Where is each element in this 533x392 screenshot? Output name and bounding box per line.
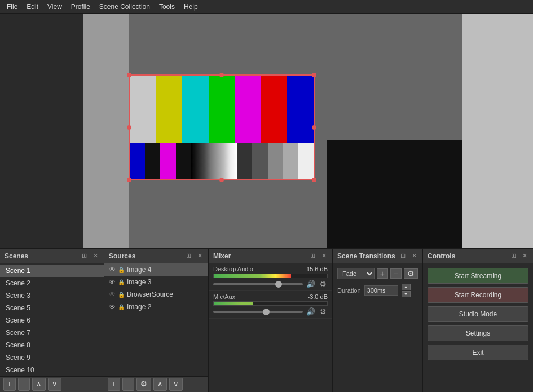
mixer-close-icon[interactable]: ✕ <box>320 252 328 260</box>
visibility-icon-image2[interactable]: 👁 <box>109 303 116 311</box>
studio-mode-button[interactable]: Studio Mode <box>428 306 528 322</box>
menu-profile[interactable]: Profile <box>67 2 95 12</box>
scene-item-7[interactable]: Scene 7 <box>0 327 104 339</box>
menu-file[interactable]: File <box>2 2 22 12</box>
color-bars-pattern <box>130 76 314 179</box>
color-bars <box>129 74 315 180</box>
duration-up-button[interactable]: ▲ <box>402 284 411 290</box>
bar-bot-3 <box>160 143 175 179</box>
duration-label: Duration <box>337 287 361 294</box>
mic-aux-label: Mic/Aux <box>213 293 235 300</box>
handle-mr[interactable] <box>312 125 316 130</box>
mic-aux-slider[interactable] <box>213 311 303 313</box>
mic-aux-meter-fill <box>214 302 253 305</box>
scenes-down-button[interactable]: ∨ <box>48 378 61 390</box>
controls-close-icon[interactable]: ✕ <box>521 252 528 260</box>
sources-add-button[interactable]: + <box>108 378 120 390</box>
menu-view[interactable]: View <box>43 2 67 12</box>
desktop-audio-label: Desktop Audio <box>213 266 253 272</box>
controls-config-icon[interactable]: ⊞ <box>509 252 517 260</box>
scene-item-10[interactable]: Scene 10 <box>0 364 104 376</box>
visibility-icon-browser[interactable]: 👁 <box>109 290 116 298</box>
duration-row: Duration ▲ ▼ <box>337 284 418 297</box>
bar-green <box>209 76 235 143</box>
desktop-audio-mute-icon[interactable]: 🔊 <box>305 280 316 288</box>
settings-button[interactable]: Settings <box>428 325 528 341</box>
sources-config-icon[interactable]: ⊞ <box>184 252 192 260</box>
handle-tc[interactable] <box>219 73 224 77</box>
scenes-up-button[interactable]: ∧ <box>32 378 46 390</box>
desktop-audio-slider[interactable] <box>213 283 303 285</box>
source-item-browser[interactable]: 👁 🔒 BrowserSource <box>104 288 208 301</box>
bars-top <box>130 76 314 143</box>
sources-settings-button[interactable]: ⚙ <box>136 378 151 390</box>
handle-bc[interactable] <box>219 178 224 182</box>
scene-item-6[interactable]: Scene 6 <box>0 314 104 327</box>
transitions-panel-header: Scene Transitions ⊞ ✕ <box>333 249 422 263</box>
sources-down-button[interactable]: ∨ <box>169 378 183 390</box>
scene-item-5[interactable]: Scene 5 <box>0 302 104 314</box>
exit-button[interactable]: Exit <box>428 345 528 360</box>
transition-add-button[interactable]: + <box>377 268 388 279</box>
bar-blue <box>287 76 314 143</box>
duration-down-button[interactable]: ▼ <box>402 291 411 298</box>
transitions-panel: Scene Transitions ⊞ ✕ Fade Cut Swipe Sli… <box>333 249 423 392</box>
visibility-icon-image3[interactable]: 👁 <box>109 278 116 286</box>
scene-item-3[interactable]: Scene 3 <box>0 289 104 302</box>
source-item-image4[interactable]: 👁 🔒 Image 4 <box>104 263 208 276</box>
preview-black-left <box>0 14 83 248</box>
transitions-panel-title: Scene Transitions <box>337 252 395 260</box>
menu-scene-collection[interactable]: Scene Collection <box>95 2 155 12</box>
handle-ml[interactable] <box>127 125 131 130</box>
visibility-icon-image4[interactable]: 👁 <box>109 266 116 274</box>
mixer-config-icon[interactable]: ⊞ <box>309 252 316 260</box>
mic-aux-meter <box>213 301 328 306</box>
menu-tools[interactable]: Tools <box>155 2 179 12</box>
sources-up-button[interactable]: ∧ <box>153 378 167 390</box>
mic-aux-mute-icon[interactable]: 🔊 <box>305 307 316 316</box>
sources-remove-button[interactable]: − <box>122 378 135 390</box>
bars-bottom <box>130 143 314 179</box>
handle-tl[interactable] <box>127 73 131 77</box>
source-label-browser: BrowserSource <box>127 290 173 298</box>
controls-panel-header: Controls ⊞ ✕ <box>423 249 533 263</box>
source-item-image3[interactable]: 👁 🔒 Image 3 <box>104 276 208 288</box>
transition-remove-button[interactable]: − <box>390 268 402 279</box>
scenes-add-button[interactable]: + <box>3 378 16 390</box>
source-label-image2: Image 2 <box>127 303 151 311</box>
preview-black-bottom-right <box>327 140 462 248</box>
controls-panel: Controls ⊞ ✕ Start Streaming Start Recor… <box>423 249 533 392</box>
handle-tr[interactable] <box>312 73 316 77</box>
desktop-audio-controls: 🔊 ⚙ <box>213 280 328 288</box>
transitions-close-icon[interactable]: ✕ <box>410 252 418 260</box>
transition-settings-button[interactable]: ⚙ <box>404 268 418 279</box>
bar-yellow <box>156 76 183 143</box>
start-streaming-button[interactable]: Start Streaming <box>428 268 528 284</box>
handle-br[interactable] <box>312 178 316 182</box>
duration-input[interactable] <box>364 285 398 296</box>
scene-item-1[interactable]: Scene 1 <box>0 265 104 277</box>
scenes-config-icon[interactable]: ⊞ <box>80 252 88 260</box>
transitions-config-icon[interactable]: ⊞ <box>399 252 407 260</box>
scene-item-8[interactable]: Scene 8 <box>0 339 104 351</box>
bar-dark-gray <box>237 143 252 179</box>
desktop-audio-header: Desktop Audio -15.6 dB <box>213 266 328 272</box>
desktop-audio-gear-icon[interactable]: ⚙ <box>319 280 328 288</box>
scene-item-2[interactable]: Scene 2 <box>0 277 104 289</box>
source-item-image2[interactable]: 👁 🔒 Image 2 <box>104 301 208 313</box>
sources-close-icon[interactable]: ✕ <box>196 252 204 260</box>
scenes-remove-button[interactable]: − <box>18 378 30 390</box>
mic-aux-gear-icon[interactable]: ⚙ <box>319 307 328 316</box>
sources-panel: Sources ⊞ ✕ 👁 🔒 Image 4 👁 🔒 Image 3 👁 🔒 … <box>104 249 209 392</box>
bar-red <box>261 76 288 143</box>
handle-bl[interactable] <box>127 178 131 182</box>
menu-help[interactable]: Help <box>179 2 202 12</box>
menu-edit[interactable]: Edit <box>22 2 43 12</box>
lock-icon-image3: 🔒 <box>118 279 125 285</box>
transition-type-select[interactable]: Fade Cut Swipe Slide <box>337 268 375 279</box>
start-recording-button[interactable]: Start Recording <box>428 287 528 303</box>
scenes-close-icon[interactable]: ✕ <box>91 252 99 260</box>
scenes-panel-title: Scenes <box>5 252 28 260</box>
preview-background <box>0 14 533 248</box>
scene-item-9[interactable]: Scene 9 <box>0 351 104 364</box>
